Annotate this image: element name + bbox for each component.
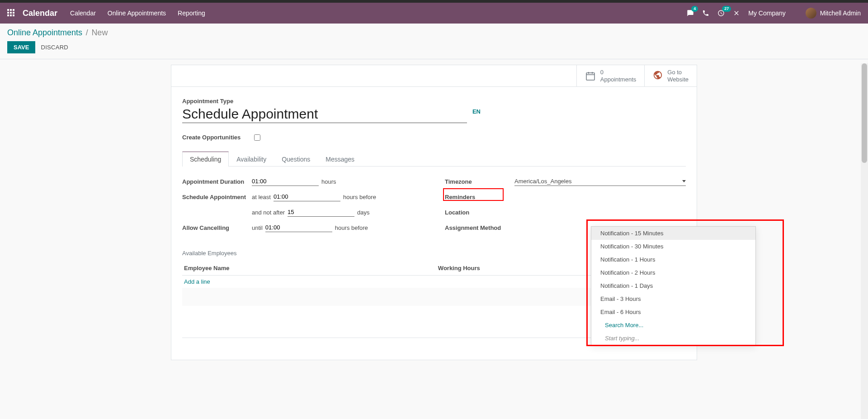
schedule-label: Schedule Appointment [182, 194, 252, 200]
at-least-input[interactable] [274, 192, 340, 201]
messages-icon[interactable]: 4 [687, 10, 694, 17]
dd-option[interactable]: Email - 6 Hours [591, 305, 755, 319]
dd-option[interactable]: Notification - 1 Hours [591, 253, 755, 266]
nav-reporting[interactable]: Reporting [178, 10, 205, 17]
apps-icon[interactable] [7, 9, 15, 17]
save-button[interactable]: SAVE [7, 41, 35, 53]
duration-label: Appointment Duration [182, 178, 252, 185]
activities-icon[interactable]: 27 [717, 10, 725, 17]
tab-scheduling[interactable]: Scheduling [182, 152, 229, 167]
reminders-dropdown: Notification - 15 Minutes Notification -… [591, 226, 756, 345]
dd-start-typing[interactable]: Start typing... [591, 332, 755, 345]
stat-appointments[interactable]: 0 Appointments [576, 65, 645, 86]
navbar: Calendar Calendar Online Appointments Re… [0, 3, 868, 24]
stat-bar: 0 Appointments Go to Website [171, 65, 697, 87]
user-name: Mitchell Admin [820, 10, 861, 17]
lang-tag[interactable]: EN [472, 106, 481, 115]
close-icon[interactable] [733, 10, 740, 17]
discard-button[interactable]: DISCARD [41, 44, 68, 51]
allow-cancel-label: Allow Cancelling [182, 224, 252, 231]
breadcrumb-parent[interactable]: Online Appointments [7, 28, 82, 37]
dd-option[interactable]: Notification - 30 Minutes [591, 240, 755, 253]
user-menu[interactable]: Mitchell Admin [806, 8, 861, 19]
messages-badge: 4 [691, 6, 698, 12]
location-label: Location [445, 209, 514, 216]
create-opportunities-checkbox[interactable] [254, 134, 260, 141]
duration-input[interactable] [252, 177, 319, 186]
nav-calendar[interactable]: Calendar [70, 10, 96, 17]
dd-option[interactable]: Notification - 1 Days [591, 279, 755, 292]
until-input[interactable] [265, 223, 332, 232]
tab-messages[interactable]: Messages [318, 152, 362, 167]
dd-option[interactable]: Email - 3 Hours [591, 292, 755, 305]
chevron-down-icon [682, 180, 686, 182]
title-input[interactable] [182, 106, 467, 122]
activities-badge: 27 [722, 6, 731, 12]
col-employee-name: Employee Name [182, 261, 429, 276]
tab-availability[interactable]: Availability [229, 152, 274, 167]
tab-questions[interactable]: Questions [274, 152, 318, 167]
globe-icon [653, 70, 663, 81]
breadcrumb: Online Appointments / New [0, 24, 868, 39]
scrollbar[interactable] [861, 63, 868, 415]
reminders-label: Reminders [445, 194, 514, 200]
create-opportunities-label: Create Opportunities [182, 134, 241, 141]
phone-icon[interactable] [702, 10, 709, 17]
dd-option[interactable]: Notification - 2 Hours [591, 266, 755, 279]
breadcrumb-current: New [91, 28, 108, 37]
tabs: Scheduling Availability Questions Messag… [182, 152, 686, 167]
avatar [806, 8, 816, 19]
svg-rect-0 [586, 73, 594, 80]
timezone-label: Timezone [445, 178, 514, 185]
dd-option[interactable]: Notification - 15 Minutes [591, 227, 755, 240]
add-line[interactable]: Add a line [184, 278, 210, 285]
dd-search-more[interactable]: Search More... [591, 319, 755, 332]
brand: Calendar [23, 9, 57, 18]
timezone-select[interactable]: America/Los_Angeles [514, 177, 686, 186]
assignment-label: Assignment Method [445, 224, 514, 231]
appointment-type-label: Appointment Type [182, 98, 686, 105]
not-after-input[interactable] [288, 208, 354, 217]
company-name[interactable]: My Company [748, 10, 785, 17]
nav-online-appointments[interactable]: Online Appointments [108, 10, 166, 17]
calendar-icon [585, 71, 596, 81]
stat-go-to-website[interactable]: Go to Website [644, 65, 697, 86]
